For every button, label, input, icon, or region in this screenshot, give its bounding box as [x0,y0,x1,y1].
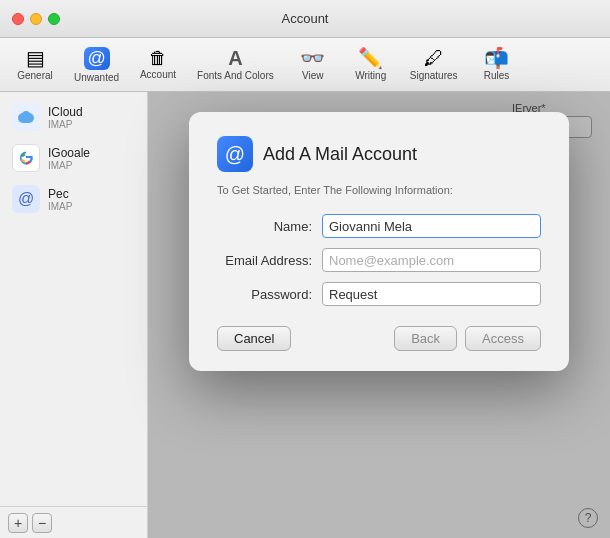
google-icon [12,144,40,172]
icloud-icon [12,103,40,131]
toolbar-item-writing[interactable]: ✏️ Writing [344,43,398,87]
fonts-icon: A [228,48,242,68]
toolbar-item-unwanted[interactable]: @ Unwanted [66,43,127,87]
fonts-label: Fonts And Colors [197,70,274,81]
pec-info: Pec IMAP [48,187,72,212]
add-account-button[interactable]: + [8,513,28,533]
title-bar: Account [0,0,610,38]
pec-icon: @ [12,185,40,213]
name-row: Name: [217,214,541,238]
sidebar-account-icloud[interactable]: ICloud IMAP [4,97,143,137]
writing-label: Writing [355,70,386,81]
content-area: IErver* @ Add A Mail Account To Get Star… [148,92,610,538]
toolbar-item-account[interactable]: 🗑 Account [131,43,185,87]
toolbar-item-rules[interactable]: 📬 Rules [470,43,524,87]
signatures-icon: 🖊 [424,48,444,68]
modal-title: Add A Mail Account [263,144,417,165]
cancel-button[interactable]: Cancel [217,326,291,351]
account-list: ICloud IMAP IGooale IMAP [0,92,147,506]
back-button[interactable]: Back [394,326,457,351]
email-input[interactable] [322,248,541,272]
unwanted-label: Unwanted [74,72,119,83]
minimize-button[interactable] [30,13,42,25]
password-input[interactable] [322,282,541,306]
email-row: Email Address: [217,248,541,272]
modal-header: @ Add A Mail Account [217,136,541,172]
writing-icon: ✏️ [358,48,383,68]
modal-buttons: Cancel Back Access [217,326,541,351]
modal-overlay: @ Add A Mail Account To Get Started, Ent… [148,92,610,538]
general-icon: ▤ [26,48,45,68]
view-icon: 👓 [300,48,325,68]
access-button[interactable]: Access [465,326,541,351]
icloud-info: ICloud IMAP [48,105,83,130]
sidebar-account-google[interactable]: IGooale IMAP [4,138,143,178]
name-label: Name: [217,219,322,234]
general-label: General [17,70,53,81]
google-name: IGooale [48,146,90,160]
account-label: Account [140,69,176,80]
remove-account-button[interactable]: − [32,513,52,533]
pec-type: IMAP [48,201,72,212]
traffic-lights [12,13,60,25]
password-label: Password: [217,287,322,302]
toolbar: ▤ General @ Unwanted 🗑 Account A Fonts A… [0,38,610,92]
toolbar-item-fonts[interactable]: A Fonts And Colors [189,43,282,87]
password-row: Password: [217,282,541,306]
icloud-name: ICloud [48,105,83,119]
rules-icon: 📬 [484,48,509,68]
toolbar-item-general[interactable]: ▤ General [8,43,62,87]
maximize-button[interactable] [48,13,60,25]
svg-rect-1 [22,111,30,118]
pec-name: Pec [48,187,72,201]
icloud-type: IMAP [48,119,83,130]
view-label: View [302,70,324,81]
sidebar-bottom: + − [0,506,147,538]
modal-at-icon: @ [217,136,253,172]
toolbar-item-view[interactable]: 👓 View [286,43,340,87]
signatures-label: Signatures [410,70,458,81]
toolbar-item-signatures[interactable]: 🖊 Signatures [402,43,466,87]
modal-subtitle: To Get Started, Enter The Following Info… [217,184,541,196]
sidebar: ICloud IMAP IGooale IMAP [0,92,148,538]
main-container: ICloud IMAP IGooale IMAP [0,92,610,538]
window-title: Account [282,11,329,26]
account-icon: 🗑 [149,49,167,67]
close-button[interactable] [12,13,24,25]
google-type: IMAP [48,160,90,171]
rules-label: Rules [484,70,510,81]
sidebar-account-pec[interactable]: @ Pec IMAP [4,179,143,219]
name-input[interactable] [322,214,541,238]
email-label: Email Address: [217,253,322,268]
unwanted-icon: @ [84,47,110,70]
google-info: IGooale IMAP [48,146,90,171]
add-mail-account-modal: @ Add A Mail Account To Get Started, Ent… [189,112,569,371]
